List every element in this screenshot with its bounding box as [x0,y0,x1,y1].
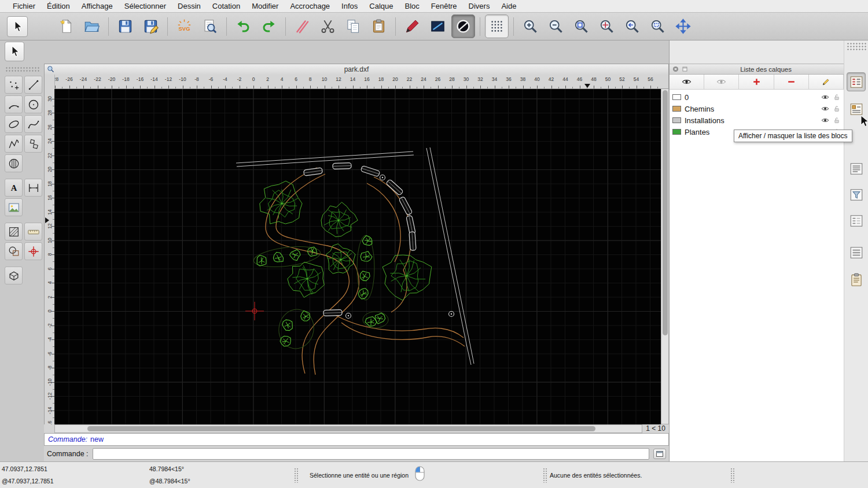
zoom-in-button[interactable] [518,14,542,38]
menu-divers[interactable]: Divers [463,0,496,12]
menu-modifier[interactable]: Modifier [246,0,284,12]
command-options-button[interactable] [653,449,666,459]
toggle-command-options-button[interactable] [847,185,866,204]
line-tools-button[interactable] [24,76,42,94]
solid-tool-button[interactable] [5,267,23,284]
hruler-label: 38 [520,76,525,82]
measure-tool-button[interactable] [24,223,42,241]
menu-infos[interactable]: Infos [336,0,363,12]
polar-relative: @48.7984<15° [149,478,190,485]
modify-tools-button[interactable] [5,242,23,260]
toggle-property-editor-button[interactable] [847,211,866,230]
zoom-auto-button[interactable] [569,14,593,38]
toggle-layer-list-button[interactable] [847,72,866,91]
delete-entities-button[interactable] [290,14,314,38]
detach-panel-icon[interactable] [681,65,689,73]
toggle-selection-info-button[interactable] [847,243,866,262]
hruler-tick [410,86,410,88]
copy-button[interactable] [341,14,365,38]
select-tool-button[interactable] [7,16,28,37]
remove-layer-button[interactable] [774,75,809,89]
undo-button[interactable] [231,14,255,38]
layer-row-chemins[interactable]: Chemins [670,103,844,114]
image-tool-button[interactable] [5,198,23,216]
menu-dessin[interactable]: Dessin [172,0,207,12]
print-preview-button[interactable] [198,14,222,38]
hruler-label: 8 [309,76,312,82]
zoom-out-button[interactable] [544,14,568,38]
menu-calque[interactable]: Calque [363,0,399,12]
close-panel-icon[interactable] [672,65,679,73]
dock-drag-handle[interactable] [847,42,866,51]
layer-visibility-icon[interactable] [821,105,829,113]
hide-all-layers-button[interactable] [704,75,739,89]
layer-panel-toolbar [670,75,844,90]
layer-lock-icon[interactable] [833,93,841,101]
save-button[interactable] [113,14,137,38]
hruler-tick [155,86,155,88]
arc-tools-button[interactable] [5,95,23,113]
polygon-tools-button[interactable] [24,135,42,153]
draft-mode-button[interactable] [451,14,475,38]
snap-tool-button[interactable] [24,242,42,260]
dimension-tools-button[interactable] [24,179,42,197]
menu-affichage[interactable]: Affichage [76,0,119,12]
zoom-previous-button[interactable] [620,14,644,38]
layer-visibility-icon[interactable] [821,116,829,124]
open-folder-icon [84,19,100,34]
pen-button[interactable] [400,14,424,38]
drawing-canvas[interactable] [54,89,661,424]
vertical-scrollbar-thumb[interactable] [663,90,668,335]
layer-lock-icon[interactable] [833,105,841,113]
menu-bloc[interactable]: Bloc [399,0,425,12]
menu-edition[interactable]: Édition [41,0,76,12]
coordinate-relative: @47.0937,12.7851 [2,478,54,485]
layer-color-swatch [672,117,681,123]
vertical-scrollbar[interactable] [661,89,669,424]
paste-button[interactable] [367,14,391,38]
hruler-label: 42 [549,76,554,82]
layer-row-installations[interactable]: Installations [670,114,844,126]
menu-selectionner[interactable]: Sélectionner [119,0,172,12]
toggle-library-browser-button[interactable] [847,159,866,178]
horizontal-scrollbar-thumb[interactable] [87,426,595,431]
menu-fichier[interactable]: Fichier [7,0,41,12]
point-tools-button[interactable] [5,76,23,94]
open-folder-button[interactable] [80,14,104,38]
menu-accrochage[interactable]: Accrochage [284,0,336,12]
svg-export-button[interactable]: SVG [172,14,196,38]
horizontal-scrollbar[interactable] [54,424,642,433]
redo-button[interactable] [257,14,281,38]
zoom-pan-button[interactable] [671,14,695,38]
command-input[interactable] [93,448,649,460]
menu-cotation[interactable]: Cotation [207,0,246,12]
layer-row-0[interactable]: 0 [670,91,844,103]
add-layer-button[interactable] [739,75,774,89]
ellipse-tools-button[interactable] [5,115,23,133]
grid-button[interactable] [485,14,509,38]
edit-layer-button[interactable] [809,75,844,89]
toggle-clipboard-button[interactable] [847,270,866,289]
text-tool-button[interactable]: A [5,179,23,197]
menu-aide[interactable]: Aide [495,0,522,12]
show-all-layers-button[interactable] [670,75,704,89]
layer-visibility-icon[interactable] [821,93,829,101]
document-titlebar[interactable]: park.dxf [44,64,669,75]
toolbar-drag-handle[interactable] [5,66,40,73]
line-attributes-button[interactable] [426,14,450,38]
save-as-button[interactable] [139,14,163,38]
hatch-pattern-tool-button[interactable] [5,223,23,241]
spline-tools-button[interactable] [24,115,42,133]
circle-tools-button[interactable] [24,95,42,113]
layer-lock-icon[interactable] [833,116,841,124]
layer-name: Chemins [685,105,818,113]
hatch-tool-button[interactable] [5,154,23,172]
zoom-redraw-button[interactable] [595,14,619,38]
new-document-button[interactable] [54,14,78,38]
menu-fenetre[interactable]: Fenêtre [425,0,463,12]
hruler-label: 30 [464,76,469,82]
cut-button[interactable] [316,14,340,38]
zoom-window-button[interactable] [646,14,670,38]
polyline-tools-button[interactable] [5,135,23,153]
select-tool-button-secondary[interactable] [5,42,24,61]
